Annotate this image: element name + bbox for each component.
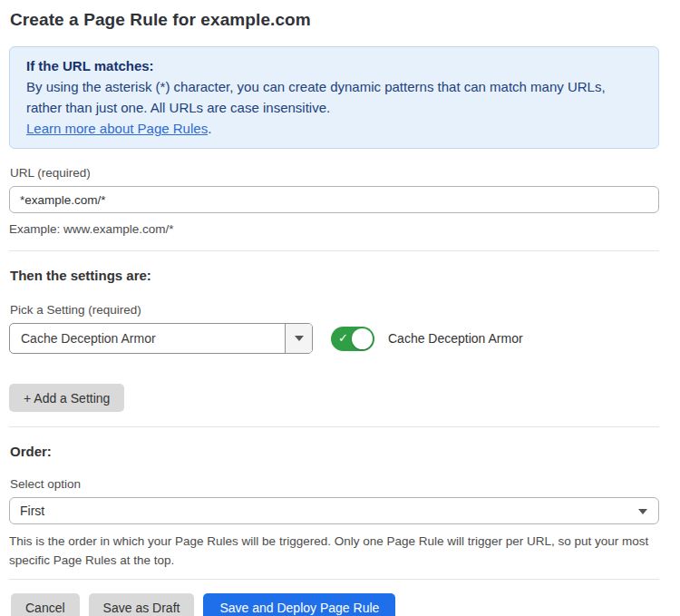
link-suffix: . [208,121,211,136]
url-match-info-box: If the URL matches: By using the asteris… [9,46,659,149]
url-field-helper: Example: www.example.com/* [9,220,659,239]
save-and-deploy-button[interactable]: Save and Deploy Page Rule [203,593,395,616]
divider [9,579,659,580]
info-box-heading: If the URL matches: [26,55,642,76]
url-field-label: URL (required) [10,166,659,180]
order-select-label: Select option [10,477,659,491]
toggle-knob [352,328,373,349]
cache-deception-armor-toggle[interactable]: ✓ [331,327,374,351]
cancel-button[interactable]: Cancel [11,593,80,616]
order-section-heading: Order: [10,444,659,459]
setting-toggle-group: ✓ Cache Deception Armor [331,327,523,351]
setting-picker-row: Cache Deception Armor ✓ Cache Deception … [9,323,659,354]
setting-dropdown[interactable]: Cache Deception Armor [9,323,313,354]
setting-dropdown-caret-button[interactable] [285,324,312,353]
order-select[interactable]: First [9,497,659,524]
create-page-rule-form: Create a Page Rule for example.com If th… [0,0,680,616]
check-icon: ✓ [338,331,348,345]
divider [9,426,659,427]
order-select-value: First [20,504,44,518]
url-input[interactable] [9,186,659,213]
learn-more-link[interactable]: Learn more about Page Rules [26,121,208,136]
order-helper-text: This is the order in which your Page Rul… [9,532,659,570]
chevron-down-icon [295,336,304,341]
info-box-body: By using the asterisk (*) character, you… [26,76,642,118]
save-as-draft-button[interactable]: Save as Draft [89,593,195,616]
footer-actions: Cancel Save as Draft Save and Deploy Pag… [11,593,659,616]
add-setting-button[interactable]: + Add a Setting [9,384,124,412]
settings-section-heading: Then the settings are: [10,268,659,283]
info-box-link-line: Learn more about Page Rules. [26,118,642,139]
divider [9,250,659,251]
page-title: Create a Page Rule for example.com [10,10,659,30]
setting-picker-label: Pick a Setting (required) [10,303,659,317]
setting-dropdown-value: Cache Deception Armor [10,324,285,353]
chevron-down-icon [638,509,647,514]
toggle-label: Cache Deception Armor [388,331,523,346]
